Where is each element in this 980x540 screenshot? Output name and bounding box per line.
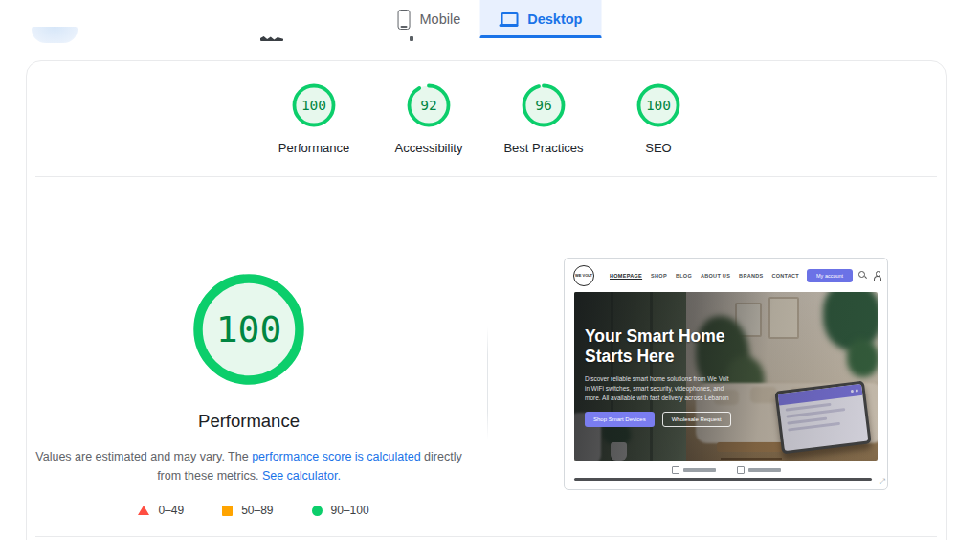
report-card: 100 Performance 92 Accessibility 96 <box>26 60 947 540</box>
active-tab-underline <box>479 35 601 38</box>
seo-gauge-ring: 100 <box>635 82 681 128</box>
tab-desktop[interactable]: Desktop <box>479 0 601 38</box>
red-triangle-icon <box>138 506 149 515</box>
summary-gauge-seo[interactable]: 100 SEO <box>605 82 712 155</box>
section-bottom-divider <box>35 536 937 537</box>
preview-nav-link: CONTACT <box>771 273 799 279</box>
preview-cart-icon <box>887 271 888 280</box>
preview-footer-strip: ⤢ <box>565 461 887 487</box>
see-calculator-link[interactable]: See calculator. <box>262 469 341 483</box>
preview-nav-links: HOMEPAGE SHOP BLOG ABOUT US BRANDS CONTA… <box>610 273 799 279</box>
preview-horizontal-scrollbar[interactable] <box>574 478 872 481</box>
preview-nav-link: SHOP <box>651 273 667 279</box>
preview-account-button: My account <box>807 269 853 282</box>
hero-secondary-button: Wholesale Request <box>662 412 731 427</box>
legend-item-fail: 0–49 <box>138 504 184 517</box>
green-circle-icon <box>312 506 323 516</box>
summary-gauge-row: 100 Performance 92 Accessibility 96 <box>27 82 946 155</box>
preview-footer-item <box>672 466 716 474</box>
preview-navbar: WE VOLT HOMEPAGE SHOP BLOG ABOUT US BRAN… <box>565 259 887 292</box>
accessibility-score: 92 <box>406 82 452 128</box>
tab-mobile-label: Mobile <box>420 11 461 27</box>
preview-footer-item <box>737 466 781 474</box>
accessibility-gauge-label: Accessibility <box>395 141 463 155</box>
tab-mobile[interactable]: Mobile <box>379 0 480 38</box>
score-legend: 0–49 50–89 90–100 <box>33 504 474 517</box>
performance-note: Values are estimated and may vary. The p… <box>33 447 464 485</box>
hero-heading: Your Smart Home Starts Here <box>585 326 767 367</box>
preview-logo: WE VOLT <box>573 265 594 286</box>
performance-score: 100 <box>291 82 337 128</box>
hero-paragraph: Discover reliable smart home solutions f… <box>585 374 767 403</box>
legend-average-range: 50–89 <box>241 504 273 517</box>
performance-big-gauge: 100 <box>191 272 306 387</box>
performance-section-title: Performance <box>105 411 392 432</box>
performance-gauge-label: Performance <box>278 141 349 155</box>
preview-hero-image: Your Smart Home Starts Here Discover rel… <box>574 292 878 461</box>
note-text: Values are estimated and may vary. The <box>35 450 252 463</box>
cutoff-logo-fragment <box>32 27 78 43</box>
preview-expand-icon[interactable]: ⤢ <box>880 477 885 486</box>
best-practices-gauge-label: Best Practices <box>503 141 583 155</box>
seo-score: 100 <box>635 82 681 128</box>
preview-nav-link: BRANDS <box>739 273 763 279</box>
hero-cta-row: Shop Smart Devices Wholesale Request <box>585 412 767 427</box>
preview-nav-link: HOMEPAGE <box>610 273 642 279</box>
accessibility-gauge-ring: 92 <box>406 82 452 128</box>
legend-fail-range: 0–49 <box>158 504 184 517</box>
preview-user-icon <box>873 271 881 280</box>
legend-item-pass: 90–100 <box>312 504 369 517</box>
preview-footer-icon <box>672 466 679 474</box>
cutoff-text-fragment <box>410 36 413 41</box>
summary-gauge-best-practices[interactable]: 96 Best Practices <box>490 82 597 155</box>
orange-square-icon <box>222 506 233 516</box>
performance-calculation-link[interactable]: performance score is calculated <box>252 450 420 463</box>
preview-search-icon <box>858 271 867 280</box>
preview-nav-actions: My account <box>807 269 888 282</box>
cutoff-text-fragment <box>260 36 283 41</box>
preview-footer-text-blur <box>748 468 781 472</box>
best-practices-gauge-ring: 96 <box>521 82 567 128</box>
legend-pass-range: 90–100 <box>331 504 369 517</box>
preview-footer-links <box>565 466 887 474</box>
seo-gauge-label: SEO <box>645 141 671 155</box>
desktop-laptop-icon <box>499 12 518 27</box>
device-tabs: Mobile Desktop <box>379 0 602 38</box>
summary-divider <box>35 176 937 177</box>
preview-footer-text-blur <box>683 468 716 472</box>
final-screenshot-preview[interactable]: WE VOLT HOMEPAGE SHOP BLOG ABOUT US BRAN… <box>564 258 888 490</box>
summary-gauge-performance[interactable]: 100 Performance <box>260 82 368 155</box>
hero-primary-button: Shop Smart Devices <box>585 412 655 427</box>
vertical-divider <box>487 326 488 439</box>
summary-gauge-accessibility[interactable]: 92 Accessibility <box>375 82 482 155</box>
preview-footer-icon <box>737 466 745 474</box>
legend-item-average: 50–89 <box>222 504 273 517</box>
tab-desktop-label: Desktop <box>527 11 582 27</box>
performance-gauge-ring: 100 <box>291 82 337 128</box>
performance-big-score: 100 <box>191 272 306 387</box>
hero-text-block: Your Smart Home Starts Here Discover rel… <box>585 326 767 427</box>
preview-nav-link: ABOUT US <box>701 273 730 279</box>
preview-nav-link: BLOG <box>676 273 692 279</box>
mobile-phone-icon <box>398 10 411 30</box>
best-practices-score: 96 <box>521 82 567 128</box>
